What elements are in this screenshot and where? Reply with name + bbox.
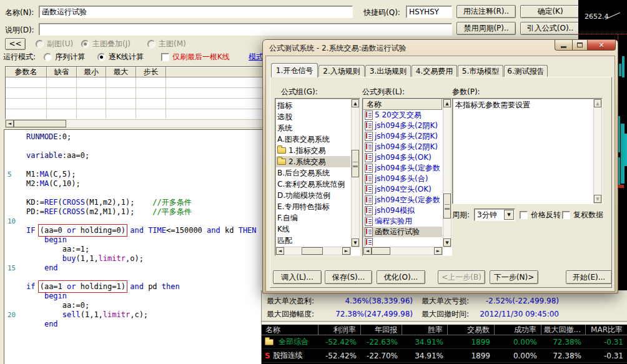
results-header-cell[interactable]: 胜率 xyxy=(402,325,448,335)
shortcut-input[interactable] xyxy=(406,6,452,18)
scroll-up-icon[interactable]: ▲ xyxy=(594,99,601,107)
scroll-up-icon[interactable]: ▲ xyxy=(352,99,359,107)
list-item[interactable]: jsh094多头(合) xyxy=(363,174,442,184)
scroll-down-icon[interactable]: ▼ xyxy=(443,239,451,247)
list-item[interactable]: jsh094空头(OK) xyxy=(363,184,442,195)
next-step-button[interactable]: 下一步(N)> xyxy=(490,270,538,284)
tab-2[interactable]: 2.入场规则 xyxy=(318,65,365,77)
list-item[interactable]: jsh094多头(2阴K) xyxy=(363,142,442,152)
params-vscrollbar[interactable]: ▲ ▼ xyxy=(593,99,602,204)
tree-item[interactable]: K线 xyxy=(276,224,350,235)
list-item[interactable]: jsh094多头(OK) xyxy=(363,152,442,163)
candlestick xyxy=(619,64,621,76)
tree-item[interactable]: 匹配 xyxy=(276,235,350,246)
results-header-cell[interactable]: 名称 xyxy=(262,325,318,335)
line-number xyxy=(4,254,21,263)
tab-5[interactable]: 5.市场模型 xyxy=(458,65,503,77)
list-item[interactable]: jsh094空头(定参数 xyxy=(363,195,442,205)
tree-item[interactable]: B.后台交易系统 xyxy=(276,167,350,179)
scroll-down-icon[interactable]: ▼ xyxy=(352,239,359,247)
price-reverse-checkbox[interactable]: 价格反转 xyxy=(520,210,561,219)
tree-vscrollbar[interactable]: ▲ ▼ xyxy=(351,99,360,247)
line-number xyxy=(4,207,21,217)
scroll-left-icon[interactable]: ◄ xyxy=(363,247,372,255)
results-value-cell: 0.00% xyxy=(495,338,541,347)
tab-6[interactable]: 6.测试报告 xyxy=(504,65,548,77)
list-item[interactable]: jsh094模拟 xyxy=(363,205,442,216)
disable-period-button[interactable]: 禁用周期(P).. xyxy=(457,22,516,35)
tree-item[interactable]: D.功能模块范例 xyxy=(276,190,350,201)
tree-item[interactable]: 指标 xyxy=(276,100,350,111)
tree-item[interactable]: E.专用特色指标 xyxy=(276,201,350,212)
results-header-cell[interactable]: 利润率 xyxy=(318,325,361,335)
list-item[interactable]: jsh094多头(定参数 xyxy=(363,163,442,174)
results-header-cell[interactable]: 成功率 xyxy=(495,325,541,335)
radio-main-chart[interactable]: 主图(M) xyxy=(147,39,186,48)
import-formula-button[interactable]: 引入公式(O).. xyxy=(520,22,580,35)
tree-item[interactable]: C.套利交易系统范例 xyxy=(276,179,350,190)
scrollbar-thumb[interactable] xyxy=(302,247,323,255)
results-header-cell[interactable]: 最大回撤... xyxy=(541,325,586,335)
prev-step-button[interactable]: <上一步(B) xyxy=(438,270,485,284)
list-hscrollbar[interactable]: ◄ ► xyxy=(363,247,443,255)
adjusted-data-checkbox[interactable]: 复权数据 xyxy=(562,210,603,219)
usage-note-button[interactable]: 用法注释(R).. xyxy=(457,5,516,18)
tree-item[interactable]: A.图表交易系统 xyxy=(276,134,350,145)
list-item[interactable]: 函数运行试验 xyxy=(363,227,442,237)
formula-list-header[interactable]: 名称 xyxy=(363,99,442,110)
tab-1[interactable]: 1.开仓信号 xyxy=(271,63,318,77)
table-row[interactable]: 全部综合-52.42%-22.63%34.91%18990.00%72.38%-… xyxy=(262,335,627,349)
load-button[interactable]: 调入(L)... xyxy=(273,270,322,284)
scroll-left-icon[interactable]: ◄ xyxy=(6,120,14,127)
maximize-button[interactable] xyxy=(572,40,588,51)
scroll-up-icon[interactable]: ▲ xyxy=(443,99,451,107)
formula-list[interactable]: 名称 5 20交叉交易jsh094多头(2阴K)jsh094多头(2阴K)jsh… xyxy=(362,98,452,256)
chevron-down-icon[interactable]: ▼ xyxy=(504,210,514,220)
save-button[interactable]: 保存(S)... xyxy=(325,270,372,284)
last-bar-only-checkbox[interactable]: 仅刷最后一根K线 xyxy=(161,52,230,61)
results-header-cell[interactable]: 交易数 xyxy=(448,325,495,335)
close-button[interactable]: ✕ xyxy=(588,40,616,51)
list-item[interactable]: 编程实验用 xyxy=(363,216,442,227)
minimize-button[interactable] xyxy=(555,40,572,51)
ok-button[interactable]: 确定(K) xyxy=(520,5,580,18)
name-input[interactable] xyxy=(39,6,353,18)
scrollbar-thumb[interactable] xyxy=(14,120,66,127)
radio-per-bar-calc[interactable]: 逐K线计算 xyxy=(97,52,144,61)
results-header-cell[interactable]: MAR比率 xyxy=(586,325,627,335)
tree-item[interactable]: 选股 xyxy=(276,111,350,122)
collapse-button[interactable]: << xyxy=(5,38,26,50)
scrollbar-thumb[interactable] xyxy=(372,247,390,255)
table-row[interactable]: S股指连续-52.42%-22.70%34.91%18990.00%72.38%… xyxy=(262,349,627,363)
radio-label: 主图(M) xyxy=(159,39,186,49)
tab-3[interactable]: 3.出场规则 xyxy=(365,65,411,77)
scrollbar-thumb[interactable] xyxy=(443,194,451,219)
scroll-right-icon[interactable]: ► xyxy=(342,247,350,255)
radio-overlay-main[interactable]: 主图叠加(J) xyxy=(81,39,131,48)
scrollbar-thumb[interactable] xyxy=(352,150,359,177)
results-value-cell: 34.91% xyxy=(402,338,448,347)
tree-item[interactable]: 系统 xyxy=(276,122,350,134)
checkbox-label: 价格反转 xyxy=(531,210,561,220)
tree-item[interactable]: 2.系统交易 xyxy=(276,156,350,167)
tree-item[interactable]: 1.指标交易 xyxy=(276,145,350,156)
start-button[interactable]: 开始(E)... xyxy=(566,270,612,284)
period-dropdown[interactable]: 3分钟 ▼ xyxy=(474,209,515,221)
scroll-down-icon[interactable]: ▼ xyxy=(594,195,601,203)
optimize-button[interactable]: 优化(O)... xyxy=(377,270,425,284)
list-item[interactable]: jsh094多头(2阴K) xyxy=(363,131,442,142)
list-item[interactable] xyxy=(363,237,442,246)
scroll-left-icon[interactable]: ◄ xyxy=(276,247,284,255)
tree-item[interactable]: F.自编 xyxy=(276,212,350,224)
desc-input[interactable] xyxy=(39,23,452,36)
tree-hscrollbar[interactable]: ◄ ► xyxy=(275,247,351,255)
results-header-cell[interactable]: 年回报 xyxy=(361,325,402,335)
list-item[interactable]: jsh094多头(2阴K) xyxy=(363,121,442,131)
radio-sequence-calc[interactable]: 序列计算 xyxy=(44,52,85,61)
radio-subchart[interactable]: 副图(U) xyxy=(36,39,73,48)
tab-4[interactable]: 4.交易费用 xyxy=(412,65,457,77)
formula-group-tree[interactable]: 指标选股系统A.图表交易系统1.指标交易2.系统交易B.后台交易系统C.套利交易… xyxy=(275,98,360,256)
list-vscrollbar[interactable]: ▲ ▼ xyxy=(443,99,452,247)
list-item[interactable]: 5 20交叉交易 xyxy=(363,110,442,121)
scroll-right-icon[interactable]: ► xyxy=(434,247,442,255)
